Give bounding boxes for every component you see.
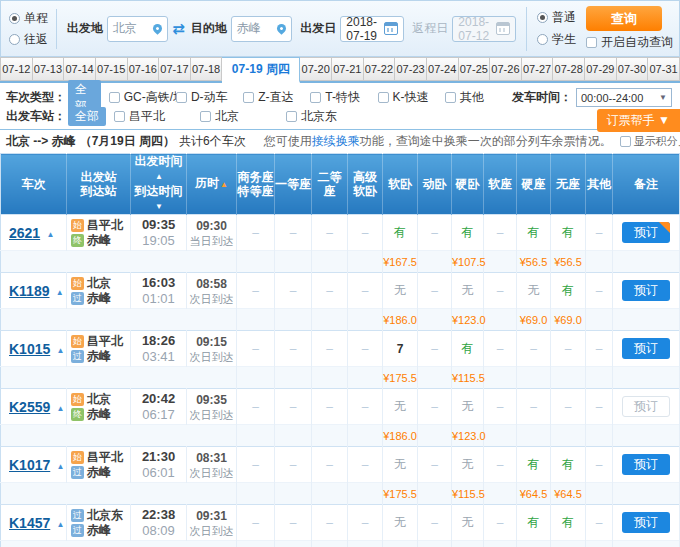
date-tab[interactable]: 07-20 — [300, 57, 332, 81]
checkbox-icon[interactable] — [445, 92, 456, 103]
expand-toggle-icon[interactable]: ▲ — [56, 288, 64, 297]
sort-up-icon[interactable]: ▲ — [155, 172, 163, 181]
train-number-link[interactable]: K1457 — [9, 515, 50, 531]
booking-helper-button[interactable]: 订票帮手 ▼ — [597, 109, 680, 132]
date-tab[interactable]: 07-27 — [522, 57, 554, 81]
date-tab[interactable]: 07-15 — [96, 57, 128, 81]
date-tab[interactable]: 07-12 — [0, 57, 33, 81]
train-type-option[interactable]: D-动车 — [176, 89, 243, 106]
date-tab[interactable]: 07-25 — [459, 57, 491, 81]
header-duration-sort[interactable]: 历时▲ — [187, 154, 237, 215]
seat-availability: 有 — [551, 447, 586, 483]
date-tab[interactable]: 07-26 — [490, 57, 522, 81]
depart-station-option[interactable]: 昌平北 — [114, 108, 200, 125]
seat-price — [484, 367, 517, 389]
trip-type-option[interactable]: 单程 — [9, 10, 48, 27]
passenger-type-option[interactable]: 普通 — [537, 9, 576, 26]
note-cell: 预订 — [613, 389, 680, 425]
date-tab[interactable]: 07-19 周四 — [222, 57, 300, 83]
note-cell: 预订 — [613, 447, 680, 483]
sort-down-icon[interactable]: ▼ — [155, 202, 163, 211]
train-number-link[interactable]: 2621 — [9, 225, 40, 241]
date-tab[interactable]: 07-29 — [585, 57, 617, 81]
calendar-icon[interactable] — [384, 22, 398, 35]
checkbox-icon[interactable] — [310, 92, 321, 103]
show-points-trains-option[interactable]: 显示积分兑换车次 — [620, 134, 680, 149]
depart-station-option[interactable]: 北京东 — [286, 108, 372, 125]
expand-toggle-icon[interactable]: ▲ — [57, 346, 65, 355]
date-tab[interactable]: 07-13 — [33, 57, 65, 81]
price-row-note — [613, 251, 680, 273]
checkbox-icon[interactable] — [286, 111, 297, 122]
date-tab[interactable]: 07-30 — [617, 57, 649, 81]
expand-toggle-icon[interactable]: ▲ — [57, 520, 65, 529]
depart-station-all-button[interactable]: 全部 — [68, 107, 106, 126]
seat-price: ¥186.0 — [383, 425, 418, 447]
date-tab[interactable]: 07-14 — [64, 57, 96, 81]
seat-price — [312, 541, 348, 547]
trip-type-option[interactable]: 往返 — [9, 31, 48, 48]
seat-availability: 有 — [551, 215, 586, 251]
seat-price: ¥69.0 — [517, 309, 551, 331]
train-number-link[interactable]: K2559 — [9, 399, 50, 415]
train-type-option[interactable]: 其他 — [445, 89, 512, 106]
note-cell: 预订 — [613, 215, 680, 251]
query-button[interactable]: 查询 — [586, 6, 662, 31]
book-button[interactable]: 预订 — [622, 396, 670, 417]
date-tab[interactable]: 07-17 — [159, 57, 191, 81]
train-number-cell: K1189 ▲ — [1, 273, 67, 309]
radio-icon[interactable] — [537, 34, 548, 45]
depart-time-select[interactable]: 00:00--24:00 ▼ — [576, 88, 672, 107]
train-number-link[interactable]: K1015 — [9, 341, 50, 357]
date-tab[interactable]: 07-31 — [648, 57, 680, 81]
train-type-option[interactable]: K-快速 — [378, 89, 445, 106]
auto-query-option[interactable]: 开启自动查询 — [586, 34, 673, 51]
train-type-option[interactable]: T-特快 — [310, 89, 377, 106]
train-number-link[interactable]: K1017 — [9, 457, 50, 473]
seat-availability: 无 — [452, 273, 484, 309]
date-tab[interactable]: 07-28 — [553, 57, 585, 81]
date-tab[interactable]: 07-21 — [332, 57, 364, 81]
location-pin-icon[interactable] — [275, 22, 288, 35]
radio-icon[interactable] — [9, 34, 20, 45]
to-input[interactable]: 赤峰 — [231, 16, 293, 42]
checkbox-icon[interactable] — [586, 37, 597, 48]
checkbox-icon[interactable] — [109, 92, 120, 103]
book-button[interactable]: 预订 — [622, 338, 670, 359]
book-button[interactable]: 预订 — [622, 454, 670, 475]
checkbox-icon[interactable] — [620, 136, 631, 147]
checkbox-icon[interactable] — [378, 92, 389, 103]
train-number-link[interactable]: K1189 — [9, 283, 49, 299]
expand-toggle-icon[interactable]: ▲ — [47, 230, 55, 239]
book-button[interactable]: 预订 — [622, 280, 670, 301]
train-type-option-label: GC-高铁/城际 — [124, 89, 176, 106]
header-seat-class: 硬卧 — [452, 154, 484, 215]
expand-toggle-icon[interactable]: ▲ — [57, 462, 65, 471]
seat-availability: – — [348, 273, 383, 309]
from-input[interactable]: 北京 — [107, 16, 169, 42]
checkbox-icon[interactable] — [114, 111, 125, 122]
transfer-link[interactable]: 接续换乘 — [312, 134, 360, 148]
depart-station-option[interactable]: 北京 — [200, 108, 286, 125]
swap-stations-icon[interactable]: ⇄ — [172, 20, 185, 38]
seat-price — [418, 483, 452, 505]
train-type-option[interactable]: GC-高铁/城际 — [109, 89, 176, 106]
header-times-sort[interactable]: 出发时间▲ 到达时间▼ — [131, 154, 187, 215]
date-tab[interactable]: 07-23 — [395, 57, 427, 81]
expand-toggle-icon[interactable]: ▲ — [57, 404, 65, 413]
date-tab[interactable]: 07-16 — [128, 57, 160, 81]
train-type-option[interactable]: Z-直达 — [243, 89, 310, 106]
checkbox-icon[interactable] — [176, 92, 187, 103]
book-button[interactable]: 预订 — [622, 512, 670, 533]
sort-up-icon[interactable]: ▲ — [220, 180, 228, 189]
date-tab[interactable]: 07-24 — [427, 57, 459, 81]
date-tab[interactable]: 07-18 — [191, 57, 223, 81]
date-tab[interactable]: 07-22 — [364, 57, 396, 81]
radio-icon[interactable] — [9, 13, 20, 24]
location-pin-icon[interactable] — [151, 22, 164, 35]
checkbox-icon[interactable] — [200, 111, 211, 122]
checkbox-icon[interactable] — [243, 92, 254, 103]
depart-date-input[interactable]: 2018-07-19 — [340, 16, 404, 42]
passenger-type-option[interactable]: 学生 — [537, 31, 576, 48]
radio-icon[interactable] — [537, 12, 548, 23]
